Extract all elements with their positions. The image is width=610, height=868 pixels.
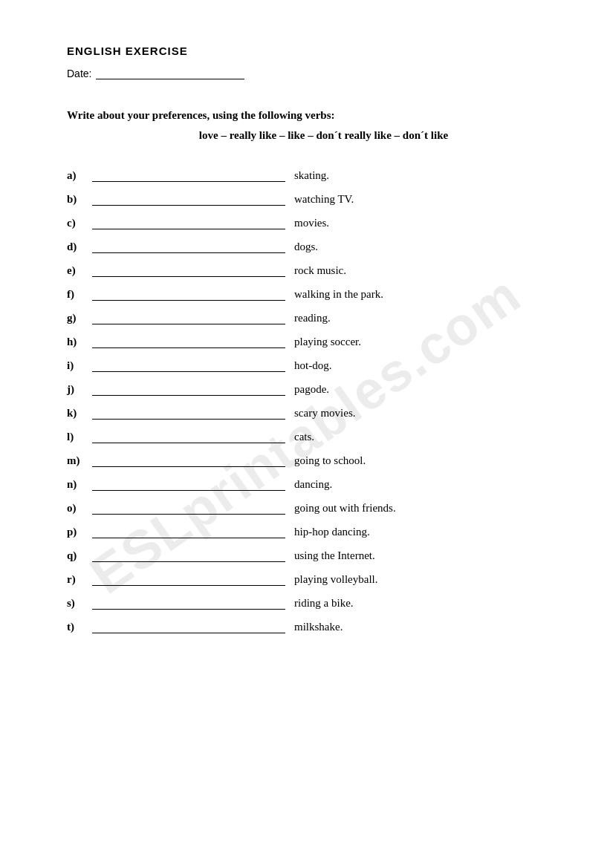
item-text: riding a bike. [294, 597, 354, 610]
answer-line[interactable] [92, 406, 285, 420]
page-title: ENGLISH EXERCISE [67, 45, 551, 57]
item-letter: k) [67, 407, 88, 420]
exercise-item: q)using the Internet. [67, 549, 551, 562]
answer-line[interactable] [92, 335, 285, 348]
answer-line[interactable] [92, 620, 285, 633]
item-text: watching TV. [294, 193, 354, 206]
answer-line[interactable] [92, 287, 285, 301]
exercise-item: f)walking in the park. [67, 287, 551, 301]
item-letter: j) [67, 383, 88, 396]
item-letter: q) [67, 549, 88, 562]
exercise-item: b)watching TV. [67, 192, 551, 206]
item-text: dogs. [294, 241, 318, 253]
answer-line[interactable] [92, 240, 285, 253]
instruction-line1: Write about your preferences, using the … [67, 109, 551, 122]
answer-line[interactable] [92, 572, 285, 586]
item-letter: h) [67, 336, 88, 348]
item-text: walking in the park. [294, 288, 383, 301]
item-text: playing soccer. [294, 336, 361, 348]
item-letter: a) [67, 169, 88, 182]
answer-line[interactable] [92, 216, 285, 229]
item-text: hot-dog. [294, 359, 331, 372]
exercise-item: t)milkshake. [67, 620, 551, 633]
answer-line[interactable] [92, 477, 285, 491]
item-letter: g) [67, 312, 88, 324]
item-text: pagode. [294, 383, 329, 396]
item-letter: b) [67, 193, 88, 206]
item-letter: f) [67, 288, 88, 301]
exercise-list: a)skating.b)watching TV.c)movies.d)dogs.… [67, 169, 551, 633]
answer-line[interactable] [92, 264, 285, 277]
exercise-item: k)scary movies. [67, 406, 551, 420]
item-letter: l) [67, 431, 88, 443]
exercise-item: d)dogs. [67, 240, 551, 253]
item-text: hip-hop dancing. [294, 526, 370, 538]
item-text: using the Internet. [294, 549, 375, 562]
answer-line[interactable] [92, 501, 285, 515]
exercise-item: h)playing soccer. [67, 335, 551, 348]
exercise-item: p)hip-hop dancing. [67, 525, 551, 538]
item-text: rock music. [294, 264, 346, 277]
exercise-item: e)rock music. [67, 264, 551, 277]
item-text: cats. [294, 431, 314, 443]
exercise-item: i)hot-dog. [67, 359, 551, 372]
exercise-item: o)going out with friends. [67, 501, 551, 515]
exercise-item: c)movies. [67, 216, 551, 229]
item-letter: r) [67, 573, 88, 586]
date-line: Date: [67, 68, 551, 79]
item-text: scary movies. [294, 407, 355, 420]
item-text: going to school. [294, 454, 366, 467]
answer-line[interactable] [92, 549, 285, 562]
item-letter: s) [67, 597, 88, 610]
exercise-item: s)riding a bike. [67, 596, 551, 610]
item-letter: m) [67, 454, 88, 467]
answer-line[interactable] [92, 596, 285, 610]
exercise-item: g)reading. [67, 311, 551, 324]
item-text: movies. [294, 217, 329, 229]
item-letter: e) [67, 264, 88, 277]
answer-line[interactable] [92, 525, 285, 538]
answer-line[interactable] [92, 382, 285, 396]
answer-line[interactable] [92, 454, 285, 467]
item-text: skating. [294, 169, 329, 182]
item-letter: i) [67, 359, 88, 372]
answer-line[interactable] [92, 192, 285, 206]
exercise-item: m)going to school. [67, 454, 551, 467]
item-letter: p) [67, 526, 88, 538]
exercise-item: j)pagode. [67, 382, 551, 396]
item-letter: c) [67, 217, 88, 229]
item-letter: t) [67, 621, 88, 633]
item-text: reading. [294, 312, 331, 324]
answer-line[interactable] [92, 430, 285, 443]
item-text: milkshake. [294, 621, 343, 633]
item-text: dancing. [294, 478, 332, 491]
item-text: playing volleyball. [294, 573, 377, 586]
item-letter: n) [67, 478, 88, 491]
exercise-item: n)dancing. [67, 477, 551, 491]
answer-line[interactable] [92, 359, 285, 372]
exercise-item: a)skating. [67, 169, 551, 182]
date-label: Date: [67, 68, 91, 79]
date-input-line [96, 68, 244, 79]
answer-line[interactable] [92, 311, 285, 324]
item-letter: d) [67, 241, 88, 253]
exercise-item: l)cats. [67, 430, 551, 443]
verb-list: love – really like – like – don´t really… [67, 129, 551, 142]
item-text: going out with friends. [294, 502, 396, 515]
exercise-item: r)playing volleyball. [67, 572, 551, 586]
item-letter: o) [67, 502, 88, 515]
answer-line[interactable] [92, 169, 285, 182]
